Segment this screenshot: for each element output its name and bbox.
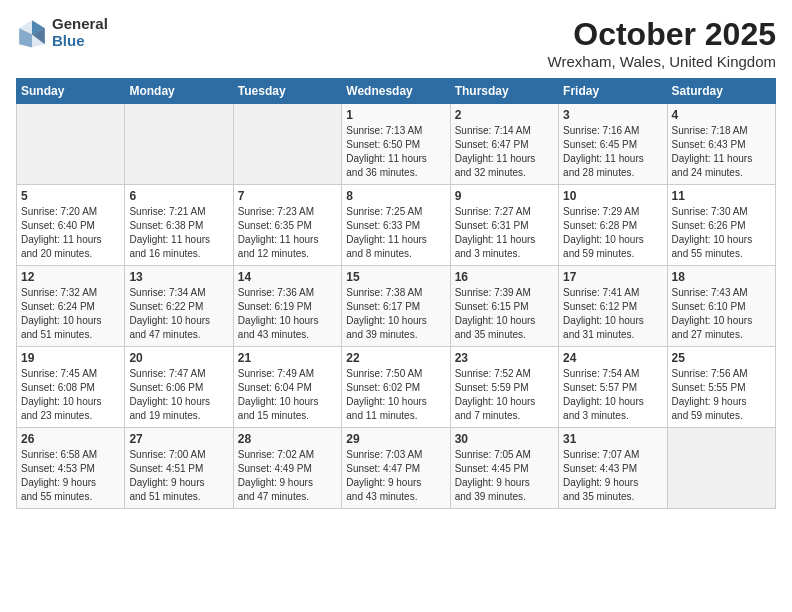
day-number: 14 [238, 270, 337, 284]
calendar-cell: 5Sunrise: 7:20 AM Sunset: 6:40 PM Daylig… [17, 185, 125, 266]
day-info: Sunrise: 7:56 AM Sunset: 5:55 PM Dayligh… [672, 367, 771, 423]
day-info: Sunrise: 7:27 AM Sunset: 6:31 PM Dayligh… [455, 205, 554, 261]
calendar-cell: 23Sunrise: 7:52 AM Sunset: 5:59 PM Dayli… [450, 347, 558, 428]
day-number: 2 [455, 108, 554, 122]
day-number: 1 [346, 108, 445, 122]
calendar-cell: 1Sunrise: 7:13 AM Sunset: 6:50 PM Daylig… [342, 104, 450, 185]
day-number: 31 [563, 432, 662, 446]
day-info: Sunrise: 7:38 AM Sunset: 6:17 PM Dayligh… [346, 286, 445, 342]
calendar-table: SundayMondayTuesdayWednesdayThursdayFrid… [16, 78, 776, 509]
calendar-cell [667, 428, 775, 509]
day-number: 4 [672, 108, 771, 122]
calendar-cell: 7Sunrise: 7:23 AM Sunset: 6:35 PM Daylig… [233, 185, 341, 266]
calendar-cell: 31Sunrise: 7:07 AM Sunset: 4:43 PM Dayli… [559, 428, 667, 509]
day-info: Sunrise: 7:52 AM Sunset: 5:59 PM Dayligh… [455, 367, 554, 423]
day-info: Sunrise: 7:18 AM Sunset: 6:43 PM Dayligh… [672, 124, 771, 180]
calendar-cell: 22Sunrise: 7:50 AM Sunset: 6:02 PM Dayli… [342, 347, 450, 428]
day-number: 5 [21, 189, 120, 203]
calendar-cell: 14Sunrise: 7:36 AM Sunset: 6:19 PM Dayli… [233, 266, 341, 347]
day-info: Sunrise: 7:14 AM Sunset: 6:47 PM Dayligh… [455, 124, 554, 180]
calendar-cell: 4Sunrise: 7:18 AM Sunset: 6:43 PM Daylig… [667, 104, 775, 185]
calendar-week-5: 26Sunrise: 6:58 AM Sunset: 4:53 PM Dayli… [17, 428, 776, 509]
calendar-cell: 11Sunrise: 7:30 AM Sunset: 6:26 PM Dayli… [667, 185, 775, 266]
calendar-cell: 15Sunrise: 7:38 AM Sunset: 6:17 PM Dayli… [342, 266, 450, 347]
calendar-cell [17, 104, 125, 185]
day-number: 27 [129, 432, 228, 446]
day-number: 22 [346, 351, 445, 365]
calendar-cell: 6Sunrise: 7:21 AM Sunset: 6:38 PM Daylig… [125, 185, 233, 266]
day-number: 26 [21, 432, 120, 446]
day-info: Sunrise: 7:05 AM Sunset: 4:45 PM Dayligh… [455, 448, 554, 504]
day-info: Sunrise: 7:45 AM Sunset: 6:08 PM Dayligh… [21, 367, 120, 423]
day-number: 3 [563, 108, 662, 122]
calendar-cell: 20Sunrise: 7:47 AM Sunset: 6:06 PM Dayli… [125, 347, 233, 428]
day-info: Sunrise: 7:13 AM Sunset: 6:50 PM Dayligh… [346, 124, 445, 180]
month-title: October 2025 [548, 16, 776, 53]
day-number: 7 [238, 189, 337, 203]
calendar-cell: 12Sunrise: 7:32 AM Sunset: 6:24 PM Dayli… [17, 266, 125, 347]
calendar-cell: 26Sunrise: 6:58 AM Sunset: 4:53 PM Dayli… [17, 428, 125, 509]
calendar-cell: 25Sunrise: 7:56 AM Sunset: 5:55 PM Dayli… [667, 347, 775, 428]
calendar-cell [233, 104, 341, 185]
calendar-cell: 16Sunrise: 7:39 AM Sunset: 6:15 PM Dayli… [450, 266, 558, 347]
day-info: Sunrise: 7:23 AM Sunset: 6:35 PM Dayligh… [238, 205, 337, 261]
day-number: 17 [563, 270, 662, 284]
day-info: Sunrise: 7:03 AM Sunset: 4:47 PM Dayligh… [346, 448, 445, 504]
day-info: Sunrise: 7:39 AM Sunset: 6:15 PM Dayligh… [455, 286, 554, 342]
day-info: Sunrise: 7:16 AM Sunset: 6:45 PM Dayligh… [563, 124, 662, 180]
day-info: Sunrise: 7:07 AM Sunset: 4:43 PM Dayligh… [563, 448, 662, 504]
day-info: Sunrise: 7:32 AM Sunset: 6:24 PM Dayligh… [21, 286, 120, 342]
day-info: Sunrise: 7:20 AM Sunset: 6:40 PM Dayligh… [21, 205, 120, 261]
day-info: Sunrise: 7:29 AM Sunset: 6:28 PM Dayligh… [563, 205, 662, 261]
column-header-saturday: Saturday [667, 79, 775, 104]
day-number: 13 [129, 270, 228, 284]
day-info: Sunrise: 7:36 AM Sunset: 6:19 PM Dayligh… [238, 286, 337, 342]
day-number: 25 [672, 351, 771, 365]
calendar-week-3: 12Sunrise: 7:32 AM Sunset: 6:24 PM Dayli… [17, 266, 776, 347]
column-header-tuesday: Tuesday [233, 79, 341, 104]
day-number: 10 [563, 189, 662, 203]
day-number: 29 [346, 432, 445, 446]
day-number: 28 [238, 432, 337, 446]
calendar-cell: 9Sunrise: 7:27 AM Sunset: 6:31 PM Daylig… [450, 185, 558, 266]
calendar-cell: 29Sunrise: 7:03 AM Sunset: 4:47 PM Dayli… [342, 428, 450, 509]
header-row: SundayMondayTuesdayWednesdayThursdayFrid… [17, 79, 776, 104]
calendar-week-4: 19Sunrise: 7:45 AM Sunset: 6:08 PM Dayli… [17, 347, 776, 428]
day-number: 9 [455, 189, 554, 203]
logo: General Blue [16, 16, 108, 49]
calendar-cell: 8Sunrise: 7:25 AM Sunset: 6:33 PM Daylig… [342, 185, 450, 266]
day-number: 24 [563, 351, 662, 365]
calendar-cell: 13Sunrise: 7:34 AM Sunset: 6:22 PM Dayli… [125, 266, 233, 347]
day-number: 23 [455, 351, 554, 365]
day-number: 15 [346, 270, 445, 284]
day-number: 30 [455, 432, 554, 446]
day-number: 18 [672, 270, 771, 284]
day-info: Sunrise: 7:43 AM Sunset: 6:10 PM Dayligh… [672, 286, 771, 342]
logo-icon [16, 17, 48, 49]
day-number: 6 [129, 189, 228, 203]
day-info: Sunrise: 7:30 AM Sunset: 6:26 PM Dayligh… [672, 205, 771, 261]
logo-blue-text: Blue [52, 33, 108, 50]
calendar-week-2: 5Sunrise: 7:20 AM Sunset: 6:40 PM Daylig… [17, 185, 776, 266]
day-number: 12 [21, 270, 120, 284]
calendar-cell: 17Sunrise: 7:41 AM Sunset: 6:12 PM Dayli… [559, 266, 667, 347]
calendar-week-1: 1Sunrise: 7:13 AM Sunset: 6:50 PM Daylig… [17, 104, 776, 185]
day-number: 20 [129, 351, 228, 365]
column-header-thursday: Thursday [450, 79, 558, 104]
calendar-cell: 19Sunrise: 7:45 AM Sunset: 6:08 PM Dayli… [17, 347, 125, 428]
day-number: 11 [672, 189, 771, 203]
calendar-cell [125, 104, 233, 185]
page-header: General Blue October 2025 Wrexham, Wales… [16, 16, 776, 70]
day-info: Sunrise: 7:21 AM Sunset: 6:38 PM Dayligh… [129, 205, 228, 261]
day-info: Sunrise: 7:47 AM Sunset: 6:06 PM Dayligh… [129, 367, 228, 423]
calendar-cell: 3Sunrise: 7:16 AM Sunset: 6:45 PM Daylig… [559, 104, 667, 185]
calendar-cell: 2Sunrise: 7:14 AM Sunset: 6:47 PM Daylig… [450, 104, 558, 185]
day-info: Sunrise: 7:49 AM Sunset: 6:04 PM Dayligh… [238, 367, 337, 423]
column-header-monday: Monday [125, 79, 233, 104]
day-number: 21 [238, 351, 337, 365]
column-header-sunday: Sunday [17, 79, 125, 104]
day-info: Sunrise: 7:02 AM Sunset: 4:49 PM Dayligh… [238, 448, 337, 504]
day-number: 8 [346, 189, 445, 203]
day-info: Sunrise: 6:58 AM Sunset: 4:53 PM Dayligh… [21, 448, 120, 504]
day-info: Sunrise: 7:50 AM Sunset: 6:02 PM Dayligh… [346, 367, 445, 423]
